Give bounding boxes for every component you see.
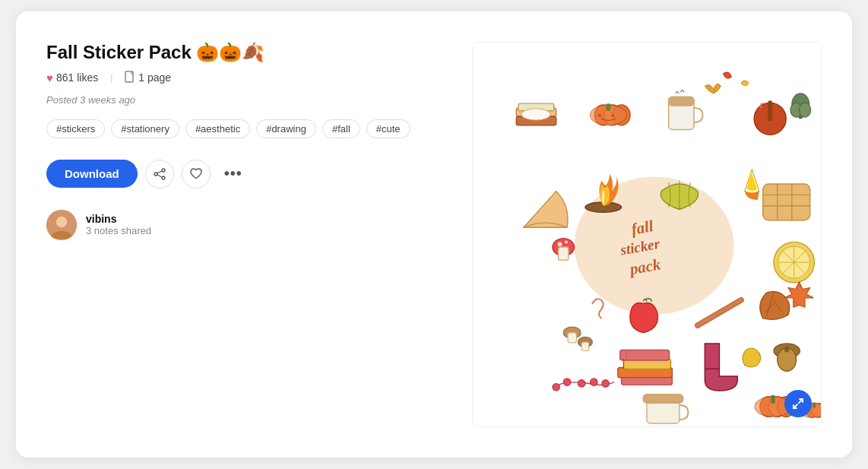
like-button[interactable] [182,160,211,189]
svg-line-4 [157,171,162,173]
preview-image: fall sticker pack [472,42,822,428]
likes-meta: ♥ 861 likes [46,71,98,84]
tag-aesthetic[interactable]: #aesthetic [185,119,250,138]
svg-text:fall: fall [630,217,655,239]
tag-cute[interactable]: #cute [366,119,410,138]
more-dots-icon: ••• [224,165,242,182]
svg-point-59 [553,383,560,391]
svg-rect-28 [763,184,810,220]
actions-row: Download ••• [46,160,442,189]
svg-point-61 [578,379,585,387]
tag-fall[interactable]: #fall [322,119,360,138]
author-avatar [46,210,77,240]
left-panel: Fall Sticker Pack 🎃🎃🍂 ♥ 861 likes | 1 pa… [46,42,442,428]
resource-title: Fall Sticker Pack 🎃🎃🍂 [46,42,442,63]
svg-line-5 [157,175,162,177]
likes-count: 861 likes [56,71,98,84]
author-row: vibins 3 notes shared [46,210,442,240]
tag-stationery[interactable]: #stationery [111,119,179,138]
svg-point-78 [799,103,810,117]
tag-drawing[interactable]: #drawing [256,119,316,138]
more-options-button[interactable]: ••• [218,162,249,185]
meta-row: ♥ 861 likes | 1 page [46,71,442,85]
svg-point-60 [563,378,571,385]
svg-rect-74 [813,402,816,408]
like-icon [190,168,202,179]
share-button[interactable] [145,160,174,189]
expand-icon [792,398,804,410]
pages-count: 1 page [138,71,171,84]
svg-point-8 [56,217,67,227]
svg-rect-49 [581,342,589,350]
page-icon [125,71,135,85]
svg-point-63 [602,379,610,387]
tags-container: #stickers #stationery #aesthetic #drawin… [46,119,442,138]
svg-rect-34 [559,247,569,260]
meta-divider: | [110,72,112,83]
svg-point-35 [558,242,562,246]
right-panel: fall sticker pack [472,42,822,428]
svg-rect-58 [784,346,789,352]
svg-point-1 [162,169,165,172]
posted-date: Posted 3 weeks ago [46,94,442,106]
author-name[interactable]: vibins [86,213,151,225]
share-icon [154,168,166,180]
resource-card: Fall Sticker Pack 🎃🎃🍂 ♥ 861 likes | 1 pa… [16,11,852,458]
svg-rect-26 [768,100,772,121]
sticker-preview-svg: fall sticker pack [473,43,821,427]
tag-stickers[interactable]: #stickers [46,119,105,138]
pages-meta: 1 page [125,71,171,85]
svg-rect-53 [620,350,670,360]
author-info: vibins 3 notes shared [86,213,151,236]
svg-rect-70 [771,395,775,403]
svg-point-62 [591,378,598,385]
author-notes: 3 notes shared [86,225,151,236]
heart-icon: ♥ [46,71,53,84]
svg-rect-65 [643,394,683,402]
svg-point-3 [162,176,165,179]
svg-rect-24 [669,97,694,105]
download-button[interactable]: Download [46,160,138,188]
svg-point-2 [154,173,157,176]
svg-point-17 [521,108,550,119]
svg-point-36 [565,240,568,243]
svg-rect-22 [607,103,611,111]
svg-rect-47 [568,332,576,342]
